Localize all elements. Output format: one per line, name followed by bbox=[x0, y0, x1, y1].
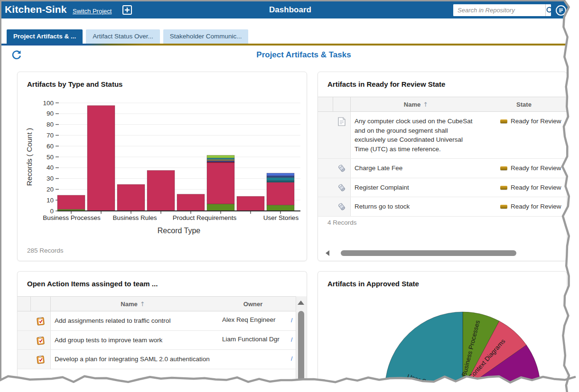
artifact-state: Ready for Review bbox=[481, 112, 567, 158]
vertical-scrollbar bbox=[296, 296, 307, 390]
account-menu-icon bbox=[555, 5, 567, 16]
panel-artifacts-by-type: Artifacts by Type and Status 01020304050… bbox=[17, 72, 307, 261]
table-row[interactable]: Add group tests to improve team workLiam… bbox=[18, 331, 296, 350]
top-bar: Kitchen-Sink Switch Project Dashboard bbox=[1, 1, 579, 18]
document-icon bbox=[338, 117, 346, 126]
page-title: Project Artifacts & Tasks bbox=[0, 50, 579, 60]
svg-text:90: 90 bbox=[47, 110, 54, 117]
row-icon-cell bbox=[31, 350, 51, 369]
table-row[interactable]: Develop a plan for integrating SAML 2.0 … bbox=[18, 350, 296, 369]
bar-chart: 0102030405060708090100Business Processes… bbox=[18, 91, 307, 244]
action-item-owner bbox=[215, 350, 291, 369]
panel-title: Open Action Items assinged to team ... bbox=[27, 280, 158, 288]
sort-ascending-icon: ↑ bbox=[140, 301, 145, 308]
table-row[interactable]: Charge Late FeeReady for Review bbox=[318, 159, 567, 178]
row-spacer bbox=[18, 350, 31, 369]
tab-2[interactable]: Artifact Status Over... bbox=[86, 29, 160, 44]
process-icon bbox=[337, 183, 346, 192]
row-icon-cell bbox=[333, 178, 351, 197]
artifact-state: Ready for Review bbox=[481, 178, 567, 197]
tabs-underline bbox=[1, 44, 579, 46]
svg-text:Records ( Count ): Records ( Count ) bbox=[25, 128, 33, 186]
action-item-name: Add assignments related to traffic contr… bbox=[51, 311, 215, 330]
svg-text:10: 10 bbox=[47, 197, 54, 204]
artifact-name: Register Complaint bbox=[351, 178, 481, 197]
repository-search bbox=[453, 4, 551, 16]
table-row[interactable]: Returns go to stockReady for Review bbox=[318, 197, 567, 217]
header-spacer bbox=[18, 297, 31, 311]
table-header-row: Name↑State bbox=[318, 97, 567, 112]
state-label: Ready for Review bbox=[511, 203, 561, 210]
dashboard-tabs: Project Artifacts & ...Artifact Status O… bbox=[1, 29, 579, 44]
column-header-name[interactable]: Name↑ bbox=[51, 297, 215, 311]
record-count: 285 Records bbox=[27, 247, 64, 254]
artifact-name: Any computer clock used on the CubeSat a… bbox=[351, 112, 481, 158]
svg-text:70: 70 bbox=[47, 132, 54, 139]
svg-text:60: 60 bbox=[47, 143, 54, 150]
bar-chart-svg: 0102030405060708090100Business Processes… bbox=[18, 91, 307, 244]
action-item-owner: Liam Functional Dgr bbox=[215, 331, 291, 350]
row-icon-cell bbox=[333, 159, 351, 178]
row-icon-cell bbox=[333, 197, 351, 216]
bar-segment bbox=[237, 196, 264, 211]
svg-text:20: 20 bbox=[47, 186, 54, 193]
scroll-up-arrow-icon[interactable] bbox=[298, 301, 304, 305]
search-button[interactable] bbox=[545, 4, 551, 16]
bar-segment bbox=[207, 204, 234, 211]
table-row[interactable]: Any computer clock used on the CubeSat a… bbox=[318, 112, 567, 159]
bar-segment bbox=[207, 158, 234, 159]
bar-segment bbox=[177, 194, 205, 211]
process-icon bbox=[337, 202, 346, 211]
table-row[interactable]: Register ComplaintReady for Review bbox=[318, 178, 567, 198]
panel-title: Artifacts in Approved State bbox=[327, 280, 419, 288]
bar-segment bbox=[267, 205, 294, 211]
bar-segment bbox=[87, 106, 115, 211]
panel-ready-for-review: Artifacts in Ready for Review State Name… bbox=[318, 72, 567, 261]
row-spacer bbox=[18, 331, 31, 350]
bar-segment bbox=[267, 177, 294, 181]
tab-1[interactable]: Project Artifacts & ... bbox=[7, 29, 83, 44]
table-row[interactable]: Add assignments related to traffic contr… bbox=[18, 311, 296, 331]
task-icon bbox=[37, 336, 45, 345]
application-window: Kitchen-Sink Switch Project Dashboard bbox=[0, 0, 579, 392]
row-icon-cell bbox=[31, 311, 51, 330]
artifact-name: Charge Late Fee bbox=[351, 159, 481, 178]
svg-text:Business Rules: Business Rules bbox=[112, 214, 157, 221]
bar-segment bbox=[267, 176, 294, 177]
svg-text:40: 40 bbox=[47, 164, 54, 171]
row-icon-cell bbox=[333, 112, 351, 158]
svg-text:User Stories: User Stories bbox=[263, 214, 299, 221]
panel-open-action-items: Open Action Items assinged to team ... N… bbox=[17, 271, 307, 390]
pie-chart-svg: Business ProcessesContext DiagramsUser S… bbox=[318, 292, 567, 390]
magnifier-icon bbox=[546, 6, 551, 15]
artifact-state: Ready for Review bbox=[481, 159, 567, 178]
state-label: Ready for Review bbox=[511, 118, 561, 125]
record-count: 4 Records bbox=[327, 219, 357, 226]
scrollbar-thumb[interactable] bbox=[341, 250, 516, 256]
account-menu-button[interactable] bbox=[555, 5, 567, 16]
svg-text:0: 0 bbox=[50, 208, 54, 215]
action-item-name: Develop a plan for integrating SAML 2.0 … bbox=[51, 350, 215, 369]
row-spacer bbox=[318, 112, 333, 158]
row-spacer bbox=[318, 197, 333, 216]
bar-segment bbox=[207, 163, 234, 204]
panel-title: Artifacts by Type and Status bbox=[27, 80, 122, 88]
horizontal-scrollbar bbox=[324, 250, 560, 256]
scrollbar-thumb[interactable] bbox=[298, 311, 304, 390]
scroll-left-arrow-icon[interactable] bbox=[326, 250, 329, 256]
column-header-owner[interactable]: Owner bbox=[215, 297, 291, 311]
state-badge-icon bbox=[500, 205, 507, 209]
row-spacer bbox=[318, 178, 333, 197]
state-badge-icon bbox=[500, 166, 507, 170]
bar-segment bbox=[147, 171, 175, 211]
state-label: Ready for Review bbox=[511, 184, 561, 191]
state-badge-icon bbox=[500, 119, 507, 123]
bar-segment bbox=[207, 161, 234, 162]
column-header-state[interactable]: State bbox=[481, 97, 567, 111]
task-icon bbox=[37, 355, 45, 364]
column-header-name[interactable]: Name↑ bbox=[351, 97, 481, 111]
action-item-name: Add group tests to improve team work bbox=[51, 331, 215, 350]
svg-text:Record Type: Record Type bbox=[158, 227, 201, 235]
tab-3[interactable]: Stakeholder Communic... bbox=[163, 29, 249, 44]
search-input[interactable] bbox=[453, 4, 545, 16]
